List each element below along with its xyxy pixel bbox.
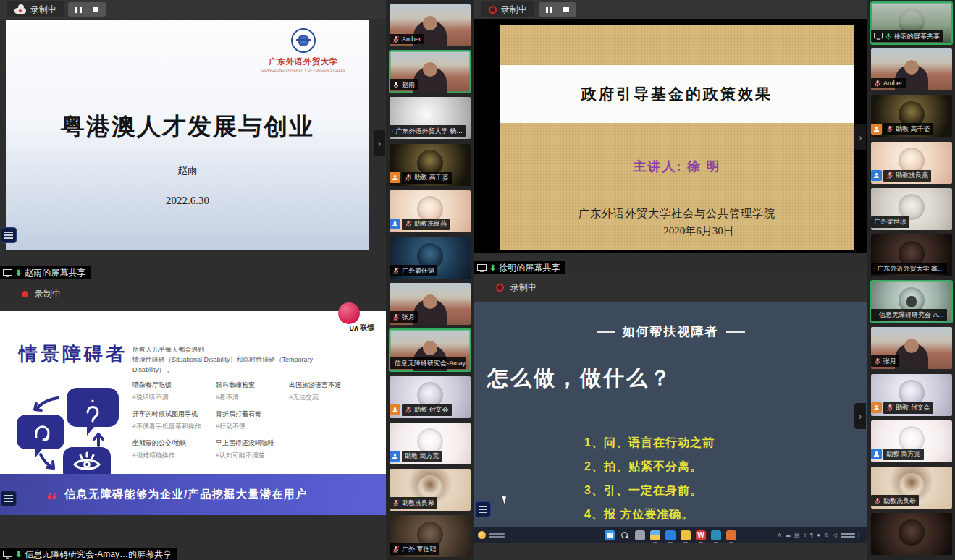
participant-tile[interactable]: 信息无障碍研究会-A… — [871, 281, 952, 323]
participant-tile[interactable]: 广外廖仕韬 — [390, 237, 471, 279]
participant-tile[interactable]: 广外梁世珍 — [871, 188, 952, 230]
scenario-tag: #无法交流 — [289, 393, 369, 402]
scenario-tag: #说话听不清 — [132, 393, 214, 402]
pause-recording-button[interactable] — [71, 4, 85, 15]
tile-bottom-row: Amber — [871, 78, 906, 88]
mouse-cursor — [502, 496, 508, 504]
participant-tile[interactable]: 助教 高千姿 — [390, 144, 471, 186]
participant-tile[interactable]: 助教 高千姿 — [871, 95, 952, 137]
tile-bottom-row: 助教 高千姿 — [871, 123, 933, 135]
explorer-icon[interactable] — [650, 530, 660, 540]
slide-speaker: 主讲人: 徐 明 — [500, 158, 854, 175]
powerpoint-icon[interactable] — [726, 530, 736, 540]
tile-bottom-row: 助教冼良燕 — [390, 219, 450, 230]
mic-muted-icon — [874, 357, 881, 365]
mic-muted-icon — [392, 313, 400, 321]
participant-tile[interactable]: 助教 付文会 — [871, 374, 952, 416]
wps-icon[interactable]: W — [696, 530, 706, 540]
vendor-logo-text: 联镖 — [360, 323, 374, 333]
weather-icon — [478, 531, 486, 539]
quote-icon: “ — [46, 496, 57, 504]
app-blue-icon[interactable] — [665, 530, 676, 540]
participant-tile[interactable]: 助教 简方宽 — [871, 420, 952, 462]
participant-name: 助教 付文会 — [402, 404, 452, 416]
participant-name: 信息无障碍研究会-Amay… — [390, 357, 466, 369]
slide-situational-disability: ∪∧ 联镖 情景障碍者 — [0, 311, 386, 515]
participant-tile[interactable]: 广东外语外贸大学 鑫… — [871, 234, 952, 276]
slide-title: 如何帮扶视障者 — [474, 323, 867, 340]
tile-bottom-row: 赵雨 — [390, 79, 418, 90]
person-badge-icon — [873, 404, 880, 411]
expand-strip-button[interactable]: › — [374, 130, 385, 156]
participant-tile[interactable] — [871, 513, 952, 555]
participant-tile[interactable]: 助教 付文会 — [390, 376, 471, 418]
stop-recording-button[interactable] — [88, 4, 103, 15]
participant-tile[interactable]: 助教冼良希 — [390, 469, 471, 511]
tile-bottom-row: 助教 简方宽 — [390, 451, 442, 462]
scenario-title: 坐颠簸的公交/地铁 — [132, 438, 214, 448]
taskbar-icons: W — [605, 530, 736, 540]
decor-pink-circle — [338, 302, 360, 324]
scenario-cell: 开车的时候试图用手机#不便看手机屏幕和操作 — [132, 410, 214, 438]
participant-name: 广东外语外贸大学 杨… — [390, 125, 466, 137]
participant-tile[interactable]: 徐明的屏幕共享 — [871, 2, 952, 44]
participant-tile[interactable]: 助教冼良燕 — [871, 142, 952, 184]
participant-tile[interactable]: 广外 覃仕聪 — [390, 515, 471, 557]
record-ring-icon — [496, 284, 504, 292]
blue-role-badge — [390, 219, 400, 229]
list-item: 2、拍、贴紧不分离。 — [584, 454, 715, 478]
scenario-cell: 早上困得还没喝咖啡#认知可能不清楚 — [216, 438, 287, 467]
participant-tile[interactable]: Amber — [871, 48, 952, 90]
person-badge-icon — [873, 172, 880, 179]
participant-name: Amber — [871, 78, 906, 88]
tile-bottom-row: 助教 付文会 — [871, 402, 933, 414]
title-band: 政府引导基金的政策效果 — [500, 65, 854, 123]
system-tray[interactable]: ∧ ☁ ▤ ↕ ¶ ● ≋ ◁ ▏ — [777, 531, 863, 540]
scenario-tag: #很难精确操作 — [132, 451, 214, 460]
person-badge-icon — [392, 407, 398, 413]
panel-share-accessibility: 录制中 ∪∧ 联镖 情景障碍者 — [0, 279, 386, 560]
orange-role-badge — [390, 404, 400, 415]
mic-muted-icon — [392, 267, 400, 275]
expand-strip-button[interactable]: › — [854, 403, 866, 429]
recording-bar: 录制中 — [0, 0, 386, 19]
intro-line: 所有人几乎每天都会遇到 — [132, 344, 371, 355]
participant-tile[interactable]: 助教冼良燕 — [390, 190, 471, 232]
meeting-list-icon[interactable] — [1, 227, 17, 243]
participant-tile[interactable]: 信息无障碍研究会-Amay… — [390, 329, 471, 371]
scenario-title: 嘈杂餐厅吃饭 — [132, 381, 214, 390]
share-stage: 政府引导基金的政策效果 主讲人: 徐 明 广东外语外贸大学社会与公共管理学院 2… — [474, 19, 867, 253]
stop-recording-button[interactable] — [559, 4, 573, 15]
participant-tile[interactable]: 张月 — [390, 283, 471, 325]
screen-share-icon — [874, 311, 875, 318]
pause-recording-button[interactable] — [542, 4, 556, 15]
scenario-title: 眼科散瞳检查 — [216, 381, 287, 390]
participant-tile[interactable]: 助教 简方宽 — [390, 423, 471, 464]
participant-tile[interactable]: 赵雨 — [390, 51, 471, 93]
participant-tile[interactable]: 张月 — [871, 327, 952, 369]
app-teal-icon[interactable] — [711, 530, 721, 540]
participant-tile[interactable]: Amber — [390, 4, 471, 46]
start-icon[interactable] — [605, 530, 615, 540]
tile-bottom-row: 助教冼良希 — [390, 497, 437, 509]
tile-bottom-row: 广外廖仕韬 — [390, 265, 437, 276]
participant-name: 徐明的屏幕共享 — [871, 30, 943, 42]
mic-muted-icon — [886, 404, 893, 412]
participant-tile[interactable]: 助教冼良希 — [871, 467, 952, 509]
meeting-list-icon[interactable] — [475, 501, 491, 517]
slide-title: 情景障碍者 — [19, 341, 127, 367]
audio-down-icon: ⬇ — [15, 268, 22, 278]
taskview-icon[interactable] — [635, 530, 645, 540]
scenario-tag: #不便看手机屏幕和操作 — [132, 422, 214, 431]
search-icon[interactable] — [620, 530, 630, 540]
quote-text: 信息无障碍能够为企业/产品挖掘大量潜在用户 — [64, 488, 308, 501]
meeting-list-icon[interactable] — [1, 491, 17, 506]
screen-share-icon — [477, 264, 487, 272]
participant-tile[interactable]: 广东外语外贸大学 杨… — [390, 97, 471, 139]
slide-title: 粤港澳人才发展与创业 — [6, 111, 369, 143]
mic-muted-icon — [392, 127, 393, 135]
folder-icon[interactable] — [681, 530, 691, 540]
university-emblem-icon — [291, 28, 316, 53]
weather-widget[interactable] — [478, 531, 505, 540]
expand-strip-button[interactable]: › — [854, 124, 866, 150]
